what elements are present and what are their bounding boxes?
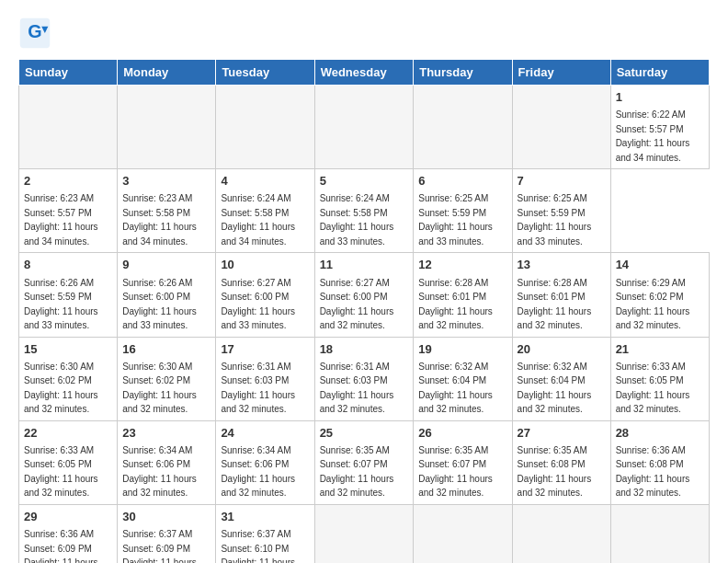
day-of-week-header: Sunday <box>19 60 118 86</box>
calendar-day-cell: 8Sunrise: 6:26 AMSunset: 5:59 PMDaylight… <box>19 253 118 337</box>
calendar-day-cell <box>314 504 414 563</box>
day-number: 15 <box>24 341 112 358</box>
calendar-week-row: 2Sunrise: 6:23 AMSunset: 5:57 PMDaylight… <box>19 169 710 253</box>
calendar-day-cell: 14Sunrise: 6:29 AMSunset: 6:02 PMDayligh… <box>610 253 709 337</box>
day-number: 16 <box>122 341 210 358</box>
calendar-day-cell: 5Sunrise: 6:24 AMSunset: 5:58 PMDaylight… <box>314 169 414 253</box>
day-number: 29 <box>24 509 112 525</box>
day-number: 8 <box>24 257 112 273</box>
calendar-day-cell: 17Sunrise: 6:31 AMSunset: 6:03 PMDayligh… <box>216 337 314 420</box>
calendar-empty-cell <box>512 86 610 169</box>
calendar-week-row: 15Sunrise: 6:30 AMSunset: 6:02 PMDayligh… <box>19 337 710 420</box>
day-info: Sunrise: 6:32 AMSunset: 6:04 PMDaylight:… <box>418 362 493 415</box>
day-info: Sunrise: 6:34 AMSunset: 6:06 PMDaylight:… <box>221 445 295 499</box>
logo-icon: G <box>18 17 51 50</box>
day-of-week-header: Wednesday <box>314 60 414 86</box>
day-of-week-header: Tuesday <box>216 60 314 86</box>
calendar-day-cell: 15Sunrise: 6:30 AMSunset: 6:02 PMDayligh… <box>19 337 118 420</box>
calendar-day-cell: 24Sunrise: 6:34 AMSunset: 6:06 PMDayligh… <box>216 420 314 504</box>
day-number: 31 <box>221 509 309 525</box>
calendar-empty-cell <box>19 86 118 169</box>
day-info: Sunrise: 6:24 AMSunset: 5:58 PMDaylight:… <box>221 193 295 247</box>
calendar-day-cell: 22Sunrise: 6:33 AMSunset: 6:05 PMDayligh… <box>19 420 118 504</box>
day-info: Sunrise: 6:31 AMSunset: 6:03 PMDaylight:… <box>221 362 295 415</box>
calendar-day-cell: 30Sunrise: 6:37 AMSunset: 6:09 PMDayligh… <box>118 504 216 563</box>
day-number: 1 <box>616 89 704 106</box>
day-number: 25 <box>320 425 409 442</box>
day-info: Sunrise: 6:31 AMSunset: 6:03 PMDaylight:… <box>320 362 394 415</box>
calendar-day-cell: 31Sunrise: 6:37 AMSunset: 6:10 PMDayligh… <box>216 504 314 563</box>
calendar-week-row: 1Sunrise: 6:22 AMSunset: 5:57 PMDaylight… <box>19 86 710 169</box>
day-number: 12 <box>418 257 506 273</box>
day-of-week-header: Thursday <box>414 60 512 86</box>
calendar-day-cell: 1Sunrise: 6:22 AMSunset: 5:57 PMDaylight… <box>610 86 709 169</box>
calendar-day-cell: 6Sunrise: 6:25 AMSunset: 5:59 PMDaylight… <box>414 169 512 253</box>
calendar-week-row: 8Sunrise: 6:26 AMSunset: 5:59 PMDaylight… <box>19 253 710 337</box>
day-info: Sunrise: 6:26 AMSunset: 6:00 PMDaylight:… <box>122 278 197 331</box>
calendar-day-cell: 26Sunrise: 6:35 AMSunset: 6:07 PMDayligh… <box>414 420 512 504</box>
day-number: 5 <box>320 173 409 190</box>
calendar-week-row: 29Sunrise: 6:36 AMSunset: 6:09 PMDayligh… <box>19 504 710 563</box>
day-info: Sunrise: 6:23 AMSunset: 5:57 PMDaylight:… <box>24 193 98 247</box>
header: G <box>18 17 710 50</box>
day-info: Sunrise: 6:30 AMSunset: 6:02 PMDaylight:… <box>122 362 197 415</box>
day-of-week-header: Friday <box>512 60 610 86</box>
day-info: Sunrise: 6:26 AMSunset: 5:59 PMDaylight:… <box>24 278 98 331</box>
day-number: 18 <box>320 341 409 358</box>
calendar-table: SundayMondayTuesdayWednesdayThursdayFrid… <box>18 59 710 563</box>
day-info: Sunrise: 6:33 AMSunset: 6:05 PMDaylight:… <box>24 445 98 499</box>
day-number: 10 <box>221 257 309 273</box>
day-info: Sunrise: 6:37 AMSunset: 6:10 PMDaylight:… <box>221 529 295 563</box>
calendar-day-cell: 4Sunrise: 6:24 AMSunset: 5:58 PMDaylight… <box>216 169 314 253</box>
calendar-day-cell: 16Sunrise: 6:30 AMSunset: 6:02 PMDayligh… <box>118 337 216 420</box>
day-number: 13 <box>518 257 606 273</box>
logo: G <box>18 17 55 50</box>
day-number: 2 <box>24 173 112 190</box>
day-info: Sunrise: 6:35 AMSunset: 6:07 PMDaylight:… <box>320 445 394 499</box>
day-info: Sunrise: 6:23 AMSunset: 5:58 PMDaylight:… <box>122 193 197 247</box>
page-container: G SundayMondayTuesdayWednesdayThursdayFr… <box>0 0 728 563</box>
day-info: Sunrise: 6:24 AMSunset: 5:58 PMDaylight:… <box>320 193 394 247</box>
calendar-day-cell: 19Sunrise: 6:32 AMSunset: 6:04 PMDayligh… <box>414 337 512 420</box>
calendar-day-cell: 2Sunrise: 6:23 AMSunset: 5:57 PMDaylight… <box>19 169 118 253</box>
calendar-day-cell: 23Sunrise: 6:34 AMSunset: 6:06 PMDayligh… <box>118 420 216 504</box>
day-info: Sunrise: 6:36 AMSunset: 6:09 PMDaylight:… <box>24 529 98 563</box>
day-number: 19 <box>418 341 506 358</box>
day-of-week-header: Saturday <box>610 60 709 86</box>
day-number: 6 <box>418 173 506 190</box>
day-info: Sunrise: 6:25 AMSunset: 5:59 PMDaylight:… <box>518 193 592 247</box>
calendar-day-cell: 13Sunrise: 6:28 AMSunset: 6:01 PMDayligh… <box>512 253 610 337</box>
day-info: Sunrise: 6:33 AMSunset: 6:05 PMDaylight:… <box>616 362 690 415</box>
day-number: 14 <box>616 257 704 273</box>
day-info: Sunrise: 6:22 AMSunset: 5:57 PMDaylight:… <box>616 109 690 163</box>
day-info: Sunrise: 6:34 AMSunset: 6:06 PMDaylight:… <box>122 445 197 499</box>
day-number: 24 <box>221 425 309 442</box>
day-info: Sunrise: 6:37 AMSunset: 6:09 PMDaylight:… <box>122 529 197 563</box>
day-number: 21 <box>616 341 704 358</box>
calendar-day-cell <box>610 504 709 563</box>
calendar-day-cell: 18Sunrise: 6:31 AMSunset: 6:03 PMDayligh… <box>314 337 414 420</box>
day-number: 26 <box>418 425 506 442</box>
calendar-day-cell: 29Sunrise: 6:36 AMSunset: 6:09 PMDayligh… <box>19 504 118 563</box>
day-info: Sunrise: 6:32 AMSunset: 6:04 PMDaylight:… <box>518 362 592 415</box>
calendar-empty-cell <box>414 86 512 169</box>
calendar-day-cell: 11Sunrise: 6:27 AMSunset: 6:00 PMDayligh… <box>314 253 414 337</box>
day-number: 27 <box>518 425 606 442</box>
calendar-day-cell: 9Sunrise: 6:26 AMSunset: 6:00 PMDaylight… <box>118 253 216 337</box>
day-number: 11 <box>320 257 409 273</box>
day-number: 9 <box>122 257 210 273</box>
day-info: Sunrise: 6:28 AMSunset: 6:01 PMDaylight:… <box>418 278 493 331</box>
day-info: Sunrise: 6:27 AMSunset: 6:00 PMDaylight:… <box>221 278 295 331</box>
day-info: Sunrise: 6:29 AMSunset: 6:02 PMDaylight:… <box>616 278 690 331</box>
calendar-empty-cell <box>216 86 314 169</box>
day-info: Sunrise: 6:25 AMSunset: 5:59 PMDaylight:… <box>418 193 493 247</box>
day-number: 20 <box>518 341 606 358</box>
calendar-day-cell: 10Sunrise: 6:27 AMSunset: 6:00 PMDayligh… <box>216 253 314 337</box>
calendar-day-cell: 25Sunrise: 6:35 AMSunset: 6:07 PMDayligh… <box>314 420 414 504</box>
day-info: Sunrise: 6:30 AMSunset: 6:02 PMDaylight:… <box>24 362 98 415</box>
calendar-day-cell: 20Sunrise: 6:32 AMSunset: 6:04 PMDayligh… <box>512 337 610 420</box>
day-number: 4 <box>221 173 309 190</box>
day-number: 23 <box>122 425 210 442</box>
day-info: Sunrise: 6:35 AMSunset: 6:07 PMDaylight:… <box>418 445 493 499</box>
day-of-week-header: Monday <box>118 60 216 86</box>
